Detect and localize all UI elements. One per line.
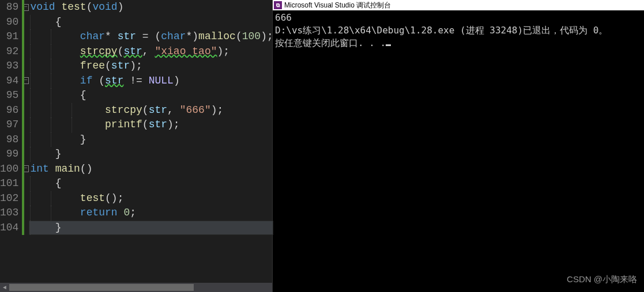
line-number[interactable]: 96 xyxy=(0,103,18,118)
line-number[interactable]: 91 xyxy=(0,29,18,44)
code-line[interactable]: { xyxy=(29,15,273,30)
watermark-text: CSDN @小陶来咯 xyxy=(567,274,637,285)
console-title-text: Microsoft Visual Studio 调试控制台 xyxy=(284,1,391,10)
code-line[interactable]: free(str); xyxy=(29,59,273,74)
code-line[interactable]: { xyxy=(29,88,273,103)
line-number[interactable]: 97 xyxy=(0,117,18,132)
code-line[interactable]: strcpy(str, "xiao tao"); xyxy=(29,44,273,59)
line-number[interactable]: 102 xyxy=(0,191,18,206)
line-number[interactable]: 101 xyxy=(0,176,18,191)
code-line[interactable]: int main() xyxy=(29,162,273,177)
line-number[interactable]: 90 xyxy=(0,15,18,30)
console-line: 按任意键关闭此窗口. . . xyxy=(275,37,642,50)
line-number[interactable]: 98 xyxy=(0,132,18,147)
code-editor-pane: 8990919293949596979899100101102103104 −−… xyxy=(0,0,272,292)
line-number[interactable]: 95 xyxy=(0,88,18,103)
line-number[interactable]: 99 xyxy=(0,147,18,162)
console-line: 666 xyxy=(275,12,642,24)
line-number[interactable]: 100 xyxy=(0,162,18,177)
line-number[interactable]: 89 xyxy=(0,0,18,15)
code-line[interactable]: } xyxy=(29,221,273,236)
code-line[interactable]: strcpy(str, "666"); xyxy=(29,103,273,118)
code-line[interactable]: void test(void) xyxy=(29,0,273,15)
scroll-thumb[interactable] xyxy=(9,284,194,291)
code-line[interactable]: } xyxy=(29,147,273,162)
visual-studio-icon: ⧉ xyxy=(274,1,282,9)
line-number[interactable]: 93 xyxy=(0,59,18,74)
line-number[interactable]: 94 xyxy=(0,74,18,89)
horizontal-scrollbar[interactable]: ◄ xyxy=(0,283,272,292)
scroll-left-arrow[interactable]: ◄ xyxy=(0,283,9,292)
line-number[interactable]: 92 xyxy=(0,44,18,59)
code-line[interactable]: test(); xyxy=(29,191,273,206)
code-line[interactable]: } xyxy=(29,132,273,147)
line-number-gutter[interactable]: 8990919293949596979899100101102103104 xyxy=(0,0,22,292)
console-cursor xyxy=(386,44,391,46)
debug-console-pane: ⧉ Microsoft Visual Studio 调试控制台 666D:\vs… xyxy=(272,0,644,292)
code-line[interactable]: char* str = (char*)malloc(100); xyxy=(29,29,273,44)
console-output[interactable]: 666D:\vs练习\1.28\x64\Debug\1.28.exe (进程 3… xyxy=(273,10,644,292)
line-number[interactable]: 103 xyxy=(0,206,18,221)
line-number[interactable]: 104 xyxy=(0,221,18,236)
console-titlebar[interactable]: ⧉ Microsoft Visual Studio 调试控制台 xyxy=(273,0,644,10)
console-line: D:\vs练习\1.28\x64\Debug\1.28.exe (进程 3324… xyxy=(275,24,642,37)
code-line[interactable]: { xyxy=(29,176,273,191)
code-line[interactable]: if (str != NULL) xyxy=(29,74,273,89)
code-line[interactable]: return 0; xyxy=(29,206,273,221)
code-text-area[interactable]: void test(void) { char* str = (char*)mal… xyxy=(29,0,273,292)
code-line[interactable]: printf(str); xyxy=(29,117,273,132)
code-area: 8990919293949596979899100101102103104 −−… xyxy=(0,0,272,292)
